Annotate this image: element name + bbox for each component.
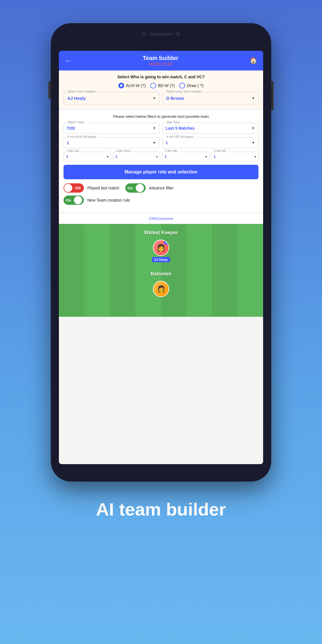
aj-healy-name-tag: AJ Healy	[152, 257, 170, 262]
stat-type-label: Stat Type	[165, 120, 181, 124]
phone-top-bar	[142, 32, 180, 37]
min-ar-group: # Min AR 1 ▼	[211, 152, 259, 161]
min-aus-w-label: # min AUS-W player	[66, 135, 97, 138]
played-last-match-row: Off Played last match On Advance filter	[64, 183, 258, 193]
min-aus-w-group: # min AUS-W player 1 ▼	[64, 137, 160, 148]
stat-type-group: Stat Type Last 5 Matches ▼	[162, 123, 258, 134]
match-stat-row: Match Type T20I ▼ Stat Type Last 5 Match…	[64, 123, 258, 134]
wicket-keeper-label: Wicket Keeper	[64, 230, 258, 236]
radio-bd-w-label: BD-W (?)	[158, 83, 175, 88]
back-button[interactable]: ←	[65, 57, 72, 65]
radio-draw[interactable]: Draw ( ?)	[179, 83, 204, 88]
batsman-avatar: 👩	[153, 281, 169, 297]
camera-dot-2	[176, 32, 180, 37]
min-players-row: # min AUS-W player 1 ▼ # min BD-W player…	[64, 137, 258, 148]
stat-type-select[interactable]: Last 5 Matches	[162, 123, 258, 134]
captain-select-group: Select your Captain AJ Healy ▼	[64, 92, 160, 104]
header-center: Team builder 00:00:19:08	[143, 55, 178, 66]
radio-draw-circle[interactable]	[179, 83, 185, 88]
speaker-bar	[149, 33, 173, 36]
batsmen-label: Batsmen	[64, 271, 258, 277]
min-wk-select[interactable]: 1	[162, 152, 209, 161]
played-last-match-toggle-label: Off	[73, 186, 83, 190]
captain-row: Select your Captain AJ Healy ▼ Select yo…	[64, 92, 258, 104]
batsmen-row: 👩	[64, 281, 258, 297]
aj-healy-avatar: 👩 C	[153, 240, 169, 256]
vice-captain-select[interactable]: D Brown	[162, 92, 258, 104]
header-timer: 00:00:19:08	[149, 61, 172, 66]
batsman-partial: 👩	[153, 281, 169, 297]
min-bd-w-label: # min BD-W player	[165, 135, 194, 138]
min-roles-row: # Min Bat 1 ▼ # Min Bowl 1 ▼	[64, 152, 258, 161]
min-bowl-label: # Min Bowl	[115, 149, 131, 153]
radio-bd-w[interactable]: BD-W (?)	[150, 83, 175, 88]
camera-dot	[142, 32, 146, 37]
radio-aus-w-label: AUS-W (?)	[126, 83, 146, 88]
min-wk-label: # Min Wk	[164, 149, 178, 153]
vice-captain-label: Select your Vice-Captain	[165, 90, 203, 93]
captain-label: Select your Captain	[66, 90, 97, 93]
captain-select[interactable]: AJ Healy	[64, 92, 160, 104]
advance-filter-toggle[interactable]: On	[125, 183, 146, 193]
advance-filter-toggle-label: On	[125, 186, 135, 190]
played-last-match-desc: Played last match	[87, 186, 120, 190]
radio-aus-w[interactable]: AUS-W (?)	[118, 83, 146, 88]
min-bowl-select[interactable]: 1	[113, 152, 160, 161]
power-button	[271, 81, 274, 110]
app-header: ← Team builder 00:00:19:08 🏠	[59, 51, 263, 70]
radio-draw-label: Draw ( ?)	[187, 83, 204, 88]
new-team-rule-desc: New Team creation rule	[87, 198, 130, 202]
min-bd-w-group: # min BD-W player 1 ▼	[162, 137, 258, 148]
manage-player-button[interactable]: Manage player role and selection	[64, 165, 258, 179]
min-ar-select[interactable]: 1	[211, 152, 259, 161]
aj-healy-badge: C	[164, 240, 169, 245]
min-bat-select[interactable]: 1	[64, 152, 111, 161]
vice-captain-select-group: Select your Vice-Captain D Brown ▼	[162, 92, 258, 104]
advance-filter-knob	[136, 184, 144, 192]
min-bat-group: # Min Bat 1 ▼	[64, 152, 111, 161]
advance-filter-desc: Advance filter	[149, 186, 174, 190]
header-title: Team builder	[143, 55, 178, 61]
field-content: Wicket Keeper 👩 C AJ Healy Batsmen	[64, 230, 258, 297]
winner-title: Select Who is going to win match, C and …	[64, 75, 258, 79]
filters-section: Please select below filters to generate …	[59, 110, 263, 212]
phone-shell: ← Team builder 00:00:19:08 🏠 Select Who …	[51, 23, 271, 482]
volume-button	[48, 81, 51, 99]
min-bowl-group: # Min Bowl 1 ▼	[113, 152, 160, 161]
attribution: CRICInclusive	[59, 214, 263, 224]
match-type-label: Match Type	[66, 120, 85, 124]
played-last-match-toggle[interactable]: Off	[64, 183, 84, 193]
min-aus-w-select[interactable]: 1	[64, 137, 160, 148]
screen-content: Select Who is going to win match, C and …	[59, 70, 263, 464]
new-team-rule-knob	[74, 196, 82, 204]
new-team-rule-toggle-label: On	[64, 198, 73, 202]
filters-title: Please select below filters to generate …	[64, 114, 258, 119]
cricket-field: Wicket Keeper 👩 C AJ Healy Batsmen	[59, 224, 263, 317]
attribution-text: CRICInclusive	[149, 216, 173, 221]
radio-bd-w-circle[interactable]	[150, 83, 156, 88]
radio-group: AUS-W (?) BD-W (?) Draw ( ?)	[64, 83, 258, 88]
ai-footer: AI team builder	[96, 499, 226, 531]
min-bat-label: # Min Bat	[66, 149, 80, 153]
ai-footer-text: AI team builder	[96, 499, 226, 520]
batsmen-section: Batsmen 👩	[64, 271, 258, 297]
match-type-group: Match Type T20I ▼	[64, 123, 160, 134]
radio-aus-w-circle[interactable]	[118, 83, 124, 88]
phone-screen: ← Team builder 00:00:19:08 🏠 Select Who …	[59, 51, 263, 464]
toggle-knob	[64, 184, 72, 192]
min-wk-group: # Min Wk 1 ▼	[162, 152, 209, 161]
winner-section: Select Who is going to win match, C and …	[59, 70, 263, 108]
aj-healy-card: 👩 C AJ Healy	[148, 240, 174, 262]
home-button[interactable]: 🏠	[249, 57, 257, 64]
match-type-select[interactable]: T20I	[64, 123, 160, 134]
min-ar-label: # Min AR	[214, 149, 227, 153]
phone-device: ← Team builder 00:00:19:08 🏠 Select Who …	[51, 23, 271, 482]
min-bd-w-select[interactable]: 1	[162, 137, 258, 148]
new-team-rule-toggle[interactable]: On	[64, 196, 84, 205]
new-team-rule-row: On New Team creation rule	[64, 196, 258, 205]
